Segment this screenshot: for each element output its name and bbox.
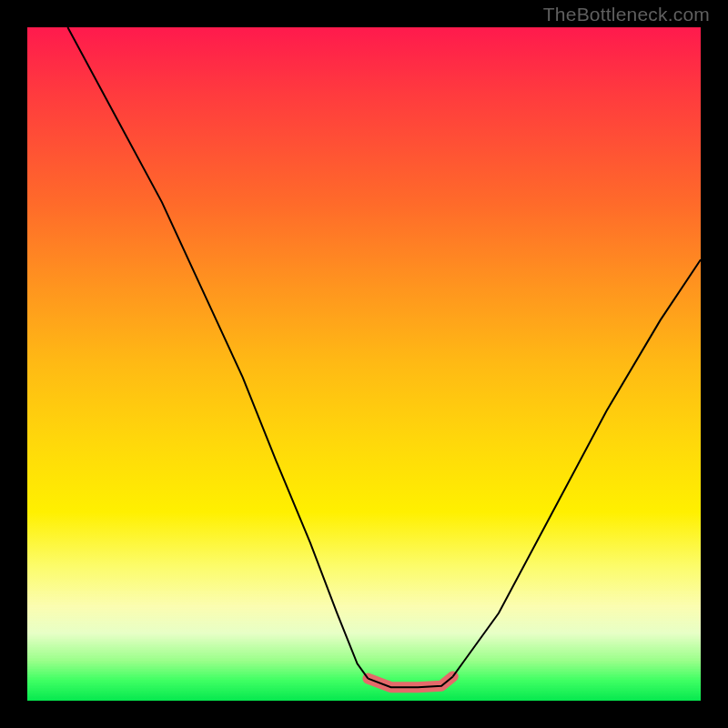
- curve-right-branch: [453, 259, 701, 676]
- watermark-text: TheBottleneck.com: [543, 4, 710, 25]
- plot-area: [27, 27, 701, 701]
- curve-left-branch: [67, 27, 368, 679]
- curve-svg: [27, 27, 701, 701]
- chart-frame: TheBottleneck.com: [0, 0, 728, 728]
